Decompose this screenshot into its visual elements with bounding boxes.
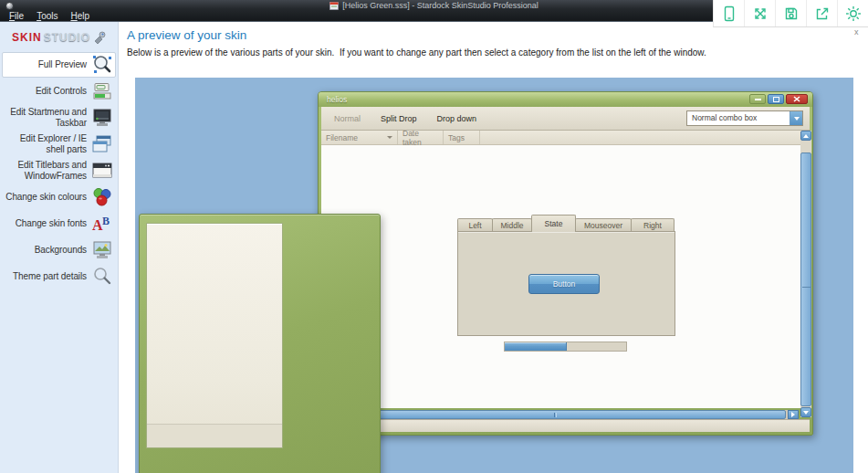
app-window: [Helios Green.sss] - Stardock SkinStudio…	[0, 0, 868, 473]
monitor-icon	[91, 107, 113, 129]
tab-mouseover[interactable]: Mouseover	[575, 218, 632, 232]
skinstudio-logo: SKINSTUDIO	[0, 22, 118, 52]
sidebar-item-full-preview[interactable]: Full Preview	[2, 52, 116, 78]
sidebar-item-change-skin-colours[interactable]: Change skin colours	[2, 184, 116, 210]
titlebar-icon	[91, 160, 113, 182]
toolbar-button-split-drop[interactable]: Split Drop	[381, 114, 417, 123]
skin-preview-area: helios Normal Split Drop Drop down Norm	[135, 78, 853, 473]
column-date-taken[interactable]: Date taken	[398, 131, 444, 144]
sidebar-item-edit-explorer[interactable]: Edit Explorer / IE shell parts	[2, 131, 116, 157]
helios-toolbar: Normal Split Drop Drop down Normal combo…	[321, 107, 810, 131]
sidebar-item-edit-titlebars[interactable]: Edit Titlebars and WindowFrames	[2, 158, 116, 184]
chevron-down-icon	[794, 117, 800, 121]
fullscreen-button[interactable]	[745, 0, 776, 26]
sort-arrow-icon	[387, 136, 392, 139]
helios-titlebar[interactable]: helios	[319, 92, 812, 107]
tab-panel: Button	[457, 231, 675, 336]
sidebar-item-edit-controls[interactable]: Edit Controls	[2, 79, 116, 104]
share-icon	[813, 5, 831, 23]
maximize-button[interactable]	[768, 94, 784, 104]
menu-file[interactable]: File	[3, 11, 30, 22]
sidebar-nav: Full Preview Edit Controls Edit Startmen…	[0, 52, 118, 289]
arrow-up-icon	[803, 134, 809, 138]
main-content: A preview of your skin Below is a previe…	[119, 22, 868, 473]
sidebar-item-theme-part-details[interactable]: Theme part details	[2, 264, 116, 289]
progress-bar	[504, 342, 627, 352]
green-window-panel	[146, 223, 283, 448]
scroll-right-button[interactable]	[788, 410, 799, 419]
device-preview-button[interactable]	[714, 0, 745, 26]
tab-strip: Left Middle State Mouseover Right	[457, 215, 675, 232]
quick-toolbar	[713, 0, 868, 27]
sidebar-item-change-skin-fonts[interactable]: Change skin fonts AB	[2, 211, 116, 236]
progress-fill	[505, 342, 567, 351]
minimize-icon	[755, 99, 761, 100]
svg-text:B: B	[102, 215, 110, 227]
tab-left[interactable]: Left	[457, 218, 493, 232]
scroll-up-button[interactable]	[800, 131, 811, 141]
export-button[interactable]	[807, 0, 838, 26]
tab-right[interactable]: Right	[631, 218, 675, 232]
logo-text-studio: STUDIO	[44, 31, 90, 44]
arrow-right-icon	[791, 412, 795, 417]
helios-title: helios	[327, 95, 347, 104]
page-title: A preview of your skin	[127, 28, 246, 42]
helios-window-buttons	[749, 94, 808, 104]
horizontal-scroll-thumb[interactable]	[322, 410, 786, 419]
minimize-button[interactable]	[749, 94, 766, 104]
scroll-down-button[interactable]	[800, 407, 811, 417]
save-button[interactable]	[776, 0, 807, 26]
menu-tools[interactable]: Tools	[30, 11, 64, 22]
helios-preview-window: helios Normal Split Drop Drop down Norm	[318, 91, 813, 436]
vertical-scroll-thumb[interactable]	[800, 152, 811, 406]
maximize-icon	[773, 97, 779, 102]
tab-middle[interactable]: Middle	[492, 218, 532, 232]
page-description: Below is a preview of the various parts …	[127, 47, 863, 58]
combo-value: Normal combo box	[687, 111, 790, 125]
fonts-ab-icon: AB	[91, 213, 113, 235]
column-tags[interactable]: Tags	[444, 131, 480, 144]
toolbar-button-drop-down[interactable]: Drop down	[437, 114, 477, 123]
list-body: Left Middle State Mouseover Right Button	[321, 145, 810, 408]
arrow-down-icon	[803, 411, 809, 415]
menubar: File Tools Help	[0, 11, 96, 22]
close-button[interactable]	[786, 94, 808, 104]
vertical-scrollbar[interactable]	[800, 131, 811, 417]
sidebar-item-backgrounds[interactable]: Backgrounds	[2, 237, 116, 263]
toolbar-button-normal[interactable]: Normal	[334, 114, 361, 123]
logo-text-skin: SKIN	[12, 31, 42, 44]
window-title: [Helios Green.sss] - Stardock SkinStudio…	[342, 1, 539, 10]
tab-control: Left Middle State Mouseover Right Button	[457, 215, 675, 336]
combo-dropdown-button[interactable]	[790, 111, 802, 125]
green-skin-window[interactable]	[139, 214, 381, 473]
preview-button[interactable]: Button	[528, 274, 600, 294]
close-icon	[793, 96, 800, 102]
tab-state[interactable]: State	[531, 215, 576, 232]
color-balls-icon	[91, 186, 113, 208]
green-panel-footer	[147, 424, 282, 447]
save-icon	[782, 5, 800, 23]
device-icon	[720, 5, 738, 23]
scroll-grip	[554, 413, 555, 417]
list-column-header: Filename Date taken Tags	[321, 131, 810, 145]
magnifier-icon	[91, 54, 113, 76]
sidebar: SKINSTUDIO Full Preview Edit Controls Ed…	[0, 22, 119, 473]
menu-help[interactable]: Help	[64, 11, 96, 22]
quickbar-close-button[interactable]: x	[854, 28, 859, 37]
backgrounds-icon	[91, 239, 113, 261]
skinstudio-logo-icon	[92, 30, 106, 44]
document-icon	[329, 1, 339, 10]
settings-icon	[844, 5, 863, 23]
combo-box[interactable]: Normal combo box	[686, 110, 803, 126]
controls-icon	[91, 80, 113, 102]
horizontal-scrollbar[interactable]	[322, 410, 799, 419]
expand-icon	[751, 5, 769, 23]
explorer-windows-icon	[91, 133, 113, 155]
status-bar	[321, 419, 810, 432]
column-filename[interactable]: Filename	[321, 131, 398, 144]
sidebar-item-edit-startmenu-taskbar[interactable]: Edit Startmenu and Taskbar	[2, 105, 116, 131]
magnifier-outline-icon	[91, 266, 113, 288]
settings-button[interactable]	[838, 0, 868, 26]
